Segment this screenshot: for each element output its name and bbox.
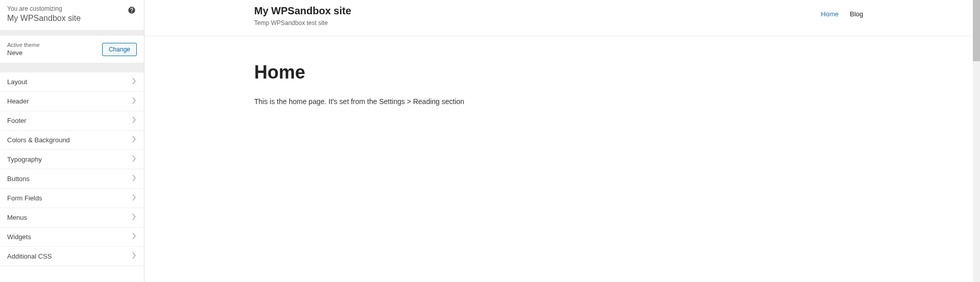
divider [0,63,144,72]
customizing-site-name: My WPSandbox site [7,14,137,23]
menu-item-widgets[interactable]: Widgets [0,227,144,247]
menu-item-label: Colors & Background [7,136,70,144]
chevron-right-icon [132,174,137,183]
site-header: My WPSandbox site Temp WPSandbox test si… [144,0,973,36]
site-title[interactable]: My WPSandbox site [254,5,351,17]
menu-item-label: Widgets [7,233,31,241]
menu-item-header[interactable]: Header [0,92,144,111]
menu-item-footer[interactable]: Footer [0,111,144,131]
menu-item-typography[interactable]: Typography [0,150,144,169]
menu-item-colors-background[interactable]: Colors & Background [0,131,144,150]
menu-item-label: Form Fields [7,194,42,202]
preview-pane: My WPSandbox site Temp WPSandbox test si… [144,0,980,282]
chevron-right-icon [132,97,137,106]
menu-item-additional-css[interactable]: Additional CSS [0,247,144,266]
nav-link-home[interactable]: Home [821,10,839,18]
chevron-right-icon [132,78,137,86]
nav-link-blog[interactable]: Blog [850,10,863,18]
menu-item-label: Header [7,97,29,105]
primary-nav: Home Blog [821,5,863,18]
site-branding: My WPSandbox site Temp WPSandbox test si… [254,5,351,27]
menu-item-buttons[interactable]: Buttons [0,169,144,189]
chevron-right-icon [132,136,137,144]
active-theme-name: Neve [7,49,40,57]
chevron-right-icon [132,233,137,241]
change-theme-button[interactable]: Change [102,43,137,56]
menu-item-label: Menus [7,214,27,221]
scrollbar[interactable] [973,0,980,282]
menu-item-label: Footer [7,117,27,124]
chevron-right-icon [132,155,137,164]
customizer-sidebar: You are customizing My WPSandbox site Ac… [0,0,144,282]
menu-item-layout[interactable]: Layout [0,72,144,92]
customizing-header: You are customizing My WPSandbox site [0,0,144,31]
divider [0,31,144,36]
site-tagline: Temp WPSandbox test site [254,19,351,27]
menu-item-form-fields[interactable]: Form Fields [0,189,144,208]
scrollbar-thumb[interactable] [973,0,980,61]
customizing-label: You are customizing [7,5,137,12]
menu-item-label: Layout [7,78,27,86]
menu-item-label: Buttons [7,175,30,183]
page-content: Home This is the home page. It's set fro… [144,36,973,131]
customizer-menu-list: Layout Header Footer Colors & Background… [0,72,144,266]
preview-inner: My WPSandbox site Temp WPSandbox test si… [144,0,980,131]
active-theme-section: Active theme Neve Change [0,36,144,63]
chevron-right-icon [132,213,137,222]
page-title: Home [254,62,863,83]
help-icon[interactable] [128,6,136,14]
theme-info: Active theme Neve [7,42,40,57]
active-theme-label: Active theme [7,42,40,48]
chevron-right-icon [132,116,137,125]
menu-item-label: Additional CSS [7,252,52,260]
chevron-right-icon [132,194,137,202]
chevron-right-icon [132,252,137,261]
menu-item-label: Typography [7,156,42,163]
page-body-text: This is the home page. It's set from the… [254,97,863,106]
menu-item-menus[interactable]: Menus [0,208,144,227]
